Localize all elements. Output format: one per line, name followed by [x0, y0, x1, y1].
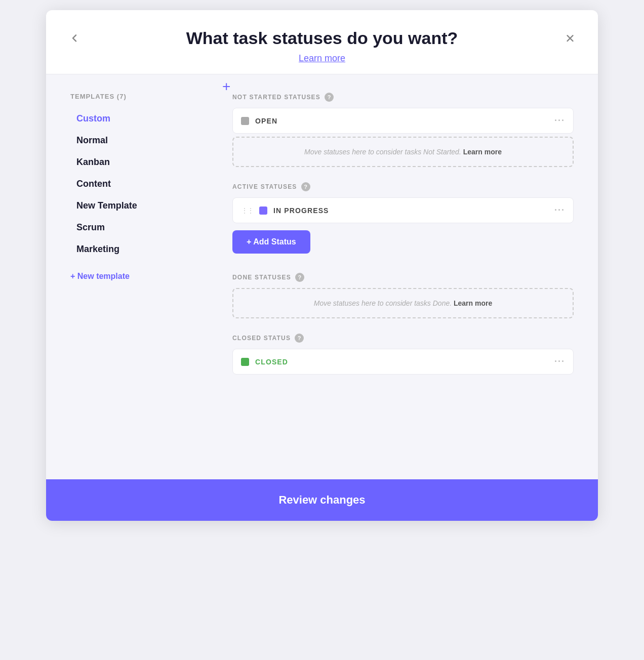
active-section: ACTIVE STATUSES ? ⋮⋮ IN PROGRESS ··· + A… — [232, 182, 574, 258]
done-learn-more[interactable]: Learn more — [454, 299, 492, 307]
done-section: DONE STATUSES ? Move statuses here to co… — [232, 273, 574, 318]
modal-body: TEMPLATES (7) Custom Normal Kanban Conte… — [46, 74, 598, 479]
open-status-name: OPEN — [255, 117, 277, 125]
done-drop-zone: Move statuses here to consider tasks Don… — [232, 288, 574, 318]
not-started-drop-text: Move statuses here to consider tasks Not… — [304, 148, 461, 156]
sidebar-item-new-template[interactable]: New Template — [70, 195, 212, 216]
open-status-row: OPEN ··· — [232, 108, 574, 134]
closed-help-icon[interactable]: ? — [295, 334, 304, 343]
open-status-left: OPEN — [241, 117, 277, 125]
sidebar-item-content[interactable]: Content — [70, 174, 212, 194]
in-progress-status-row: ⋮⋮ IN PROGRESS ··· — [232, 197, 574, 223]
not-started-learn-more[interactable]: Learn more — [463, 148, 502, 156]
close-button[interactable] — [560, 29, 580, 51]
review-changes-button[interactable]: Review changes — [70, 493, 574, 507]
not-started-title: NOT STARTED STATUSES — [232, 94, 320, 101]
done-drop-text: Move statuses here to consider tasks Don… — [314, 299, 452, 307]
sidebar-item-custom[interactable]: Custom — [70, 108, 212, 129]
add-status-button[interactable]: + Add Status — [232, 230, 310, 254]
modal-container: What task statuses do you want? Learn mo… — [46, 10, 598, 521]
closed-title: CLOSED STATUS — [232, 335, 291, 342]
open-status-options[interactable]: ··· — [554, 115, 565, 126]
sidebar: TEMPLATES (7) Custom Normal Kanban Conte… — [70, 93, 212, 461]
closed-status-row: CLOSED ··· — [232, 349, 574, 375]
add-template-icon[interactable]: + — [222, 78, 230, 94]
closed-header: CLOSED STATUS ? — [232, 334, 574, 343]
active-header: ACTIVE STATUSES ? — [232, 182, 574, 191]
sidebar-item-kanban[interactable]: Kanban — [70, 152, 212, 173]
done-header: DONE STATUSES ? — [232, 273, 574, 282]
in-progress-status-left: ⋮⋮ IN PROGRESS — [241, 207, 329, 215]
in-progress-drag-handle[interactable]: ⋮⋮ — [241, 207, 253, 215]
closed-status-dot — [241, 358, 249, 366]
closed-status-name: CLOSED — [255, 358, 288, 366]
not-started-section: NOT STARTED STATUSES ? OPEN ··· Move sta… — [232, 93, 574, 167]
not-started-help-icon[interactable]: ? — [325, 93, 334, 102]
in-progress-status-options[interactable]: ··· — [554, 205, 565, 216]
in-progress-status-name: IN PROGRESS — [273, 207, 329, 215]
review-bar: Review changes — [46, 479, 598, 521]
back-button[interactable] — [64, 28, 85, 51]
template-list: Custom Normal Kanban Content New Templat… — [70, 108, 212, 260]
sidebar-item-normal[interactable]: Normal — [70, 130, 212, 151]
main-panel: + NOT STARTED STATUSES ? OPEN ··· Move s… — [232, 93, 574, 461]
closed-status-left: CLOSED — [241, 358, 288, 366]
sidebar-item-marketing[interactable]: Marketing — [70, 239, 212, 260]
modal-header: What task statuses do you want? Learn mo… — [46, 10, 598, 74]
sidebar-item-scrum[interactable]: Scrum — [70, 217, 212, 238]
active-help-icon[interactable]: ? — [301, 182, 310, 191]
header-learn-more-link[interactable]: Learn more — [299, 53, 345, 63]
closed-status-options[interactable]: ··· — [554, 356, 565, 367]
active-title: ACTIVE STATUSES — [232, 183, 297, 190]
not-started-drop-zone: Move statuses here to consider tasks Not… — [232, 137, 574, 167]
add-template-area: + — [222, 78, 230, 94]
new-template-button[interactable]: + New template — [70, 272, 130, 281]
templates-header: TEMPLATES (7) — [70, 93, 212, 100]
in-progress-status-dot — [259, 207, 267, 215]
not-started-header: NOT STARTED STATUSES ? — [232, 93, 574, 102]
closed-section: CLOSED STATUS ? CLOSED ··· — [232, 334, 574, 375]
done-help-icon[interactable]: ? — [295, 273, 304, 282]
done-title: DONE STATUSES — [232, 274, 291, 281]
modal-title: What task statuses do you want? — [70, 28, 574, 48]
open-status-dot — [241, 117, 249, 125]
